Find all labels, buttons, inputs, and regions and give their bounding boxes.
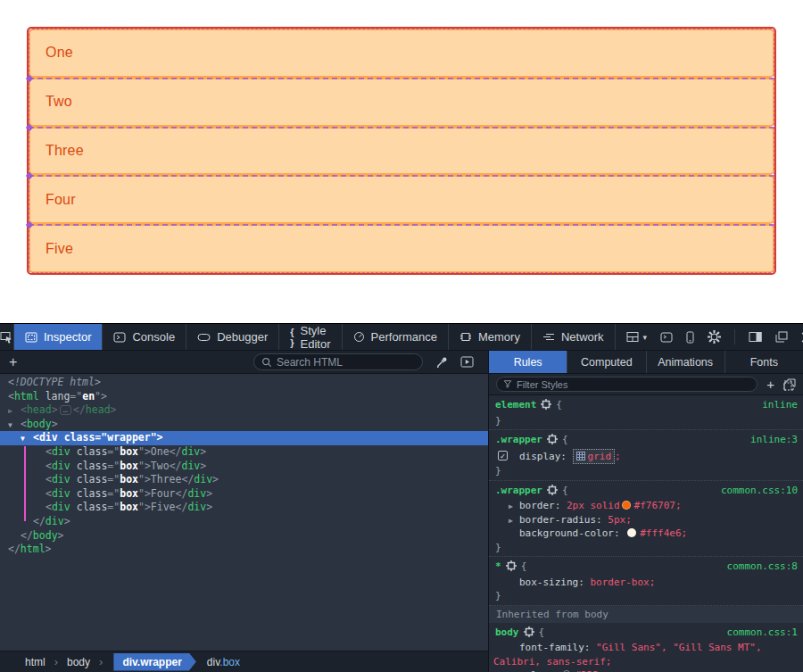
- code-token: =": [107, 501, 120, 513]
- markup-line-box[interactable]: <divclass="box">One</div>: [0, 445, 488, 460]
- code-token: body: [27, 418, 52, 430]
- devtools-panel: Inspector Console Debugger { } Style Edi…: [0, 323, 803, 672]
- rule-selector: *: [495, 560, 501, 572]
- add-node-button[interactable]: +: [9, 355, 17, 369]
- rule-source-link[interactable]: common.css:8: [727, 560, 798, 574]
- code-token: body: [33, 529, 58, 542]
- responsive-mode-button[interactable]: [686, 331, 694, 344]
- markup-line-html-close[interactable]: </html>: [0, 543, 488, 557]
- code-token: div: [52, 445, 70, 458]
- markup-line-box[interactable]: <divclass="box">Four</div>: [0, 487, 488, 502]
- select-iframe-button[interactable]: ▾: [626, 331, 648, 343]
- code-token: =": [70, 390, 82, 402]
- selector-highlighter-icon[interactable]: [547, 486, 558, 498]
- rule-source-link[interactable]: common.css:10: [721, 484, 798, 498]
- markup-line-body-open[interactable]: ▼<body>: [0, 418, 488, 432]
- collapsed-content-badge[interactable]: …: [60, 405, 71, 415]
- css-property: display: [519, 451, 560, 462]
- separate-window-button[interactable]: [775, 331, 788, 343]
- rule-selector: .wrapper: [495, 485, 542, 496]
- tab-style-editor[interactable]: { } Style Editor: [279, 324, 342, 350]
- code-token: div: [187, 487, 206, 500]
- tab-console[interactable]: Console: [103, 324, 186, 350]
- markup-line-box[interactable]: <divclass="box">Five</div>: [0, 501, 488, 515]
- markup-line-head[interactable]: ▶<head>…</head>: [0, 403, 488, 418]
- grid-box-five: Five: [29, 224, 774, 273]
- expand-shorthand-icon[interactable]: ▶: [509, 514, 513, 528]
- markup-line-body-close[interactable]: </body>: [0, 529, 488, 543]
- twisty-closed-icon[interactable]: ▶: [8, 404, 12, 419]
- split-console-button[interactable]: [660, 332, 673, 343]
- code-token: >: [111, 403, 117, 416]
- tab-rules[interactable]: Rules: [489, 351, 567, 373]
- tab-fonts[interactable]: Fonts: [725, 351, 803, 373]
- twisty-open-icon[interactable]: ▼: [21, 432, 25, 446]
- code-token: ;: [682, 527, 688, 539]
- tab-memory[interactable]: Memory: [449, 324, 532, 350]
- pick-element-button[interactable]: [0, 324, 14, 350]
- rule-source-link[interactable]: inline:3: [750, 433, 798, 447]
- filter-styles-input[interactable]: [517, 379, 750, 390]
- tab-debugger[interactable]: Debugger: [186, 324, 279, 350]
- code-token: </: [170, 460, 182, 472]
- code-token: :: [584, 642, 596, 653]
- rule-selector: body: [495, 626, 519, 638]
- code-token: ">: [138, 501, 151, 513]
- breadcrumb-item-div-wrapper[interactable]: div.wrapper: [113, 653, 195, 671]
- color-swatch-fff4e6[interactable]: [627, 528, 636, 537]
- code-token: Three: [151, 473, 182, 485]
- color-swatch-f76707[interactable]: [622, 501, 631, 510]
- code-token: One: [151, 445, 170, 458]
- markup-line-wrapper-selected[interactable]: ▼<divclass="wrapper">: [0, 431, 488, 445]
- rule-source-link[interactable]: inline: [762, 398, 798, 412]
- breadcrumb-item-div-box[interactable]: div.box: [207, 656, 240, 668]
- code-token: }: [495, 465, 501, 477]
- code-token: </: [8, 543, 21, 555]
- tab-label: Memory: [478, 330, 520, 344]
- tab-computed[interactable]: Computed: [567, 351, 646, 373]
- settings-button[interactable]: [708, 330, 721, 344]
- rule-source-link[interactable]: common.css:1: [727, 626, 798, 640]
- rule-selector: element: [495, 399, 536, 411]
- print-simulation-button[interactable]: [460, 356, 474, 368]
- code-token: :: [614, 527, 625, 539]
- add-rule-button[interactable]: +: [766, 377, 774, 392]
- css-value: 2px solid: [567, 500, 620, 511]
- selector-highlighter-icon[interactable]: [541, 401, 551, 412]
- search-html-input[interactable]: [277, 356, 415, 369]
- breadcrumb-item-html[interactable]: html: [25, 656, 46, 668]
- chevron-right-icon: ›: [54, 655, 58, 668]
- eyedropper-button[interactable]: [435, 356, 448, 369]
- markup-line-box[interactable]: <divclass="box">Two</div>: [0, 460, 488, 474]
- code-token: div: [39, 431, 58, 444]
- tab-network[interactable]: Network: [532, 324, 616, 350]
- breadcrumb-tag: div: [207, 656, 219, 668]
- code-token: class: [77, 487, 108, 500]
- box-label: Five: [46, 241, 73, 257]
- markup-line-doctype[interactable]: <!DOCTYPE html>: [0, 376, 488, 390]
- markup-line-box[interactable]: <divclass="box">Three</div>: [0, 473, 488, 487]
- selector-highlighter-icon[interactable]: [524, 628, 534, 640]
- declaration-toggle-checkbox[interactable]: ✓: [498, 451, 508, 460]
- code-token: >: [52, 403, 58, 416]
- code-token: ">: [138, 473, 151, 485]
- expand-shorthand-icon[interactable]: ▶: [509, 500, 513, 514]
- selector-highlighter-icon[interactable]: [547, 436, 558, 447]
- twisty-open-icon[interactable]: ▼: [8, 419, 12, 433]
- tab-inspector[interactable]: Inspector: [14, 324, 103, 350]
- pseudo-class-panel-button[interactable]: [783, 378, 796, 391]
- tab-label: Style Editor: [301, 324, 331, 351]
- box-label: Three: [46, 143, 84, 159]
- code-token: >: [52, 418, 58, 430]
- grid-highlighter-toggle[interactable]: grid: [573, 449, 616, 465]
- markup-line-wrapper-close[interactable]: </div>: [0, 515, 488, 529]
- selector-highlighter-icon[interactable]: [506, 562, 517, 574]
- memory-icon: [459, 331, 472, 343]
- tab-performance[interactable]: Performance: [343, 324, 449, 350]
- dock-side-button[interactable]: [749, 331, 762, 343]
- markup-line-html-open[interactable]: <htmllang="en">: [0, 390, 488, 404]
- tab-animations[interactable]: Animations: [647, 351, 725, 373]
- code-token: div: [181, 460, 200, 472]
- breadcrumb-item-body[interactable]: body: [67, 656, 90, 668]
- css-property: border: [519, 500, 555, 511]
